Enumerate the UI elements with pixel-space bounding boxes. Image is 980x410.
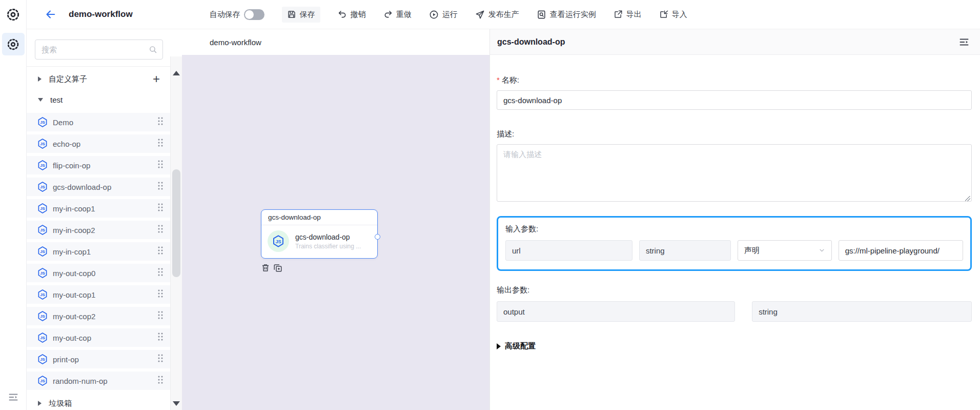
drag-handle-icon[interactable] <box>157 332 164 343</box>
autosave-toggle-group: 自动保存 <box>210 9 264 20</box>
import-button[interactable]: 导入 <box>659 10 687 19</box>
operator-list-item[interactable]: JS my-out-cop0 <box>27 264 170 282</box>
advanced-config-toggle[interactable]: 高级配置 <box>497 341 972 351</box>
operator-label: my-out-cop1 <box>53 290 157 299</box>
search-icon <box>149 45 157 56</box>
drag-handle-icon[interactable] <box>157 116 164 128</box>
drag-handle-icon[interactable] <box>157 224 164 236</box>
canvas-surface[interactable]: gcs-download-op JS gcs-download-op Train… <box>182 55 489 410</box>
js-operator-icon: JS <box>37 203 48 214</box>
workflow-editor-icon[interactable] <box>2 33 25 55</box>
import-icon <box>659 10 668 19</box>
svg-text:JS: JS <box>40 206 45 211</box>
toolbar: 自动保存 保存 撤销 重做 运行 <box>210 7 687 23</box>
description-textarea[interactable] <box>497 144 972 202</box>
js-operator-icon: JS <box>37 332 48 343</box>
export-button[interactable]: 导出 <box>614 10 642 19</box>
top-header: demo-workflow 自动保存 保存 撤销 重做 <box>27 0 980 29</box>
undo-button[interactable]: 撤销 <box>338 10 366 19</box>
canvas-title: demo-workflow <box>210 38 261 47</box>
operator-label: random-num-op <box>53 377 157 385</box>
input-param-name: url <box>505 240 632 261</box>
svg-text:JS: JS <box>40 292 45 297</box>
panel-title: gcs-download-op <box>497 37 958 47</box>
autosave-label: 自动保存 <box>210 10 240 19</box>
publish-button[interactable]: 发布生产 <box>475 10 519 19</box>
workflow-node[interactable]: gcs-download-op JS gcs-download-op Train… <box>261 209 378 259</box>
operator-list-item[interactable]: JS my-in-coop2 <box>27 221 170 239</box>
collapse-panel-icon[interactable] <box>958 36 970 48</box>
operator-list-item[interactable]: JS my-out-cop2 <box>27 307 170 325</box>
scroll-down-arrow[interactable] <box>173 401 180 406</box>
node-title: gcs-download-op <box>295 233 361 241</box>
node-header-label: gcs-download-op <box>261 210 377 225</box>
caret-right-icon <box>38 401 42 406</box>
drag-handle-icon[interactable] <box>157 160 164 171</box>
drag-handle-icon[interactable] <box>157 354 164 365</box>
js-operator-icon: JS <box>37 224 48 236</box>
operator-label: my-out-cop2 <box>53 312 157 321</box>
group-trash[interactable]: 垃圾箱 <box>27 393 170 410</box>
node-output-port[interactable] <box>375 234 380 240</box>
js-operator-icon: JS <box>37 375 48 386</box>
js-operator-icon: JS <box>37 246 48 257</box>
name-input[interactable] <box>497 90 972 110</box>
input-param-type: string <box>639 240 731 261</box>
operator-sidebar: 自定义算子 + test JS Demo <box>27 29 170 410</box>
svg-text:JS: JS <box>40 120 45 125</box>
operator-list-item[interactable]: JS flip-coin-op <box>27 156 170 174</box>
operator-list-item[interactable]: JS Demo <box>27 113 170 131</box>
required-asterisk: * <box>497 75 500 84</box>
js-operator-icon: JS <box>37 181 48 192</box>
add-operator-button[interactable]: + <box>150 74 163 84</box>
search-input[interactable] <box>35 40 163 60</box>
js-operator-icon: JS <box>37 310 48 322</box>
svg-text:JS: JS <box>40 357 45 362</box>
name-field-label: *名称: <box>497 75 972 85</box>
input-params-label: 输入参数: <box>505 224 963 234</box>
operator-list-item[interactable]: JS my-in-cop1 <box>27 242 170 261</box>
operator-list-item[interactable]: JS random-num-op <box>27 372 170 390</box>
js-operator-icon: JS <box>37 354 48 365</box>
output-param-row: output string <box>497 301 972 322</box>
svg-text:JS: JS <box>40 163 45 168</box>
operator-label: echo-op <box>53 140 157 148</box>
svg-text:JS: JS <box>40 314 45 319</box>
save-button[interactable]: 保存 <box>282 7 320 23</box>
group-test[interactable]: test <box>27 89 170 110</box>
description-field-label: 描述: <box>497 129 972 139</box>
drag-handle-icon[interactable] <box>157 267 164 279</box>
operator-list-item[interactable]: JS my-in-coop1 <box>27 199 170 218</box>
scrollbar-thumb[interactable] <box>172 169 180 277</box>
scroll-up-arrow[interactable] <box>173 71 180 75</box>
drag-handle-icon[interactable] <box>157 289 164 300</box>
sidebar-divider <box>27 66 170 67</box>
view-runs-button[interactable]: 查看运行实例 <box>537 10 596 19</box>
operator-list-item[interactable]: JS my-out-cop1 <box>27 285 170 304</box>
drag-handle-icon[interactable] <box>157 310 164 322</box>
run-button[interactable]: 运行 <box>429 10 458 19</box>
left-icon-rail <box>0 0 27 410</box>
autosave-toggle[interactable] <box>244 9 264 20</box>
input-param-value-input[interactable]: gs://ml-pipeline-playground/ <box>839 240 963 261</box>
output-params-label: 输出参数: <box>497 285 972 295</box>
back-button[interactable] <box>44 9 55 20</box>
input-param-mode-select[interactable]: 声明 <box>738 240 832 261</box>
copy-node-icon[interactable] <box>273 263 282 272</box>
operator-list-item[interactable]: JS gcs-download-op <box>27 178 170 196</box>
drag-handle-icon[interactable] <box>157 138 164 149</box>
redo-button[interactable]: 重做 <box>383 10 412 19</box>
drag-handle-icon[interactable] <box>157 203 164 214</box>
delete-node-icon[interactable] <box>261 263 270 272</box>
input-params-section-highlighted: 输入参数: url string 声明 gs://ml-pipeline-pla… <box>497 216 972 271</box>
operator-list-item[interactable]: JS print-op <box>27 350 170 368</box>
collapse-sidebar-icon[interactable] <box>0 392 27 403</box>
group-custom-operators[interactable]: 自定义算子 + <box>27 69 170 89</box>
operator-list-item[interactable]: JS echo-op <box>27 134 170 153</box>
export-icon <box>614 10 623 19</box>
drag-handle-icon[interactable] <box>157 181 164 192</box>
operator-hub-icon[interactable] <box>2 3 25 26</box>
drag-handle-icon[interactable] <box>157 246 164 257</box>
drag-handle-icon[interactable] <box>157 375 164 386</box>
operator-list-item[interactable]: JS my-out-cop <box>27 328 170 347</box>
